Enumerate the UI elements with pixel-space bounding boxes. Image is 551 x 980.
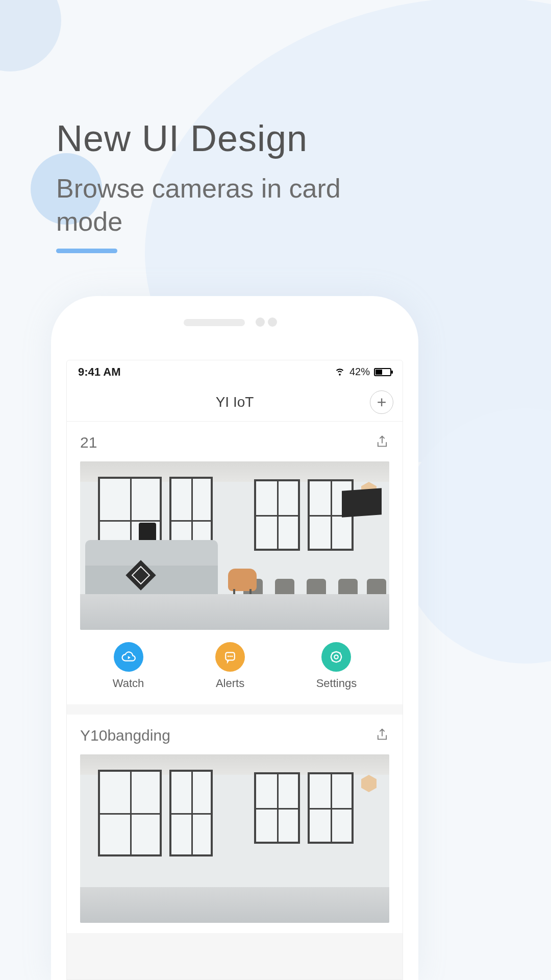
camera-card[interactable]: 21	[67, 422, 403, 704]
svg-point-2	[230, 655, 231, 657]
phone-screen: 9:41 AM 42% YI IoT + 21	[66, 360, 403, 980]
share-icon[interactable]	[375, 727, 389, 744]
status-time: 9:41 AM	[78, 365, 121, 379]
status-bar: 9:41 AM 42%	[67, 360, 403, 383]
share-icon[interactable]	[375, 434, 389, 451]
camera-preview[interactable]	[80, 461, 389, 630]
promo-underline	[56, 249, 117, 253]
svg-point-5	[335, 655, 339, 659]
battery-percent: 42%	[349, 366, 370, 378]
plus-icon: +	[377, 393, 387, 412]
alerts-button[interactable]: Alerts	[215, 642, 245, 690]
promo-block: New UI Design Browse cameras in card mod…	[56, 117, 372, 253]
promo-title: New UI Design	[56, 117, 372, 159]
bg-shape	[0, 0, 61, 71]
alerts-icon	[215, 642, 245, 672]
svg-point-4	[331, 652, 341, 662]
app-header: YI IoT +	[67, 383, 403, 422]
add-button[interactable]: +	[370, 390, 393, 414]
app-title: YI IoT	[216, 394, 254, 410]
camera-card[interactable]: Y10bangding	[67, 715, 403, 933]
camera-preview[interactable]	[80, 754, 389, 923]
page-dots	[253, 317, 277, 329]
settings-label: Settings	[316, 677, 357, 690]
battery-icon	[374, 368, 391, 376]
phone-speaker	[184, 319, 245, 326]
svg-point-1	[228, 655, 229, 657]
watch-button[interactable]: Watch	[113, 642, 144, 690]
alerts-label: Alerts	[216, 677, 244, 690]
gear-icon	[321, 642, 351, 672]
camera-name: Y10bangding	[80, 727, 170, 744]
watch-label: Watch	[113, 677, 144, 690]
svg-point-3	[231, 655, 233, 657]
cloud-play-icon	[114, 642, 143, 672]
promo-subtitle: Browse cameras in card mode	[56, 172, 372, 238]
wifi-icon	[334, 365, 345, 379]
camera-name: 21	[80, 434, 97, 451]
settings-button[interactable]: Settings	[316, 642, 357, 690]
phone-frame: 9:41 AM 42% YI IoT + 21	[51, 296, 418, 980]
